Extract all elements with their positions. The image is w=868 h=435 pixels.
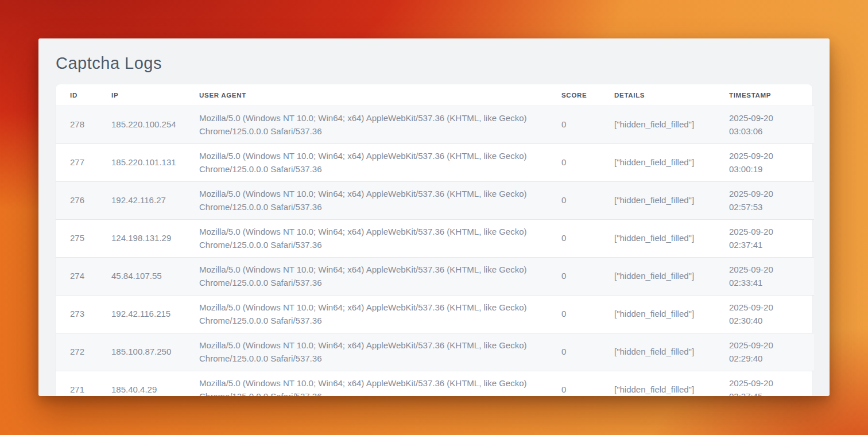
captcha-logs-table: ID IP USER AGENT SCORE DETAILS TIMESTAMP…	[56, 84, 814, 396]
cell-id: 277	[56, 144, 111, 182]
cell-ip: 185.40.4.29	[111, 371, 199, 397]
cell-details: ["hidden_field_filled"]	[614, 333, 729, 371]
cell-timestamp: 2025-09-20 02:27:45	[729, 371, 814, 397]
cell-user_agent: Mozilla/5.0 (Windows NT 10.0; Win64; x64…	[199, 371, 561, 397]
cell-ip: 185.220.101.131	[111, 144, 199, 182]
col-header-timestamp: TIMESTAMP	[729, 84, 814, 106]
cell-score: 0	[561, 371, 614, 397]
cell-ip: 192.42.116.215	[111, 296, 199, 333]
table-row: 273192.42.116.215Mozilla/5.0 (Windows NT…	[56, 296, 814, 333]
cell-timestamp: 2025-09-20 02:57:53	[729, 182, 814, 220]
cell-id: 273	[56, 296, 111, 333]
cell-id: 275	[56, 220, 111, 258]
col-header-user-agent: USER AGENT	[199, 84, 561, 106]
cell-user_agent: Mozilla/5.0 (Windows NT 10.0; Win64; x64…	[199, 144, 561, 182]
cell-id: 272	[56, 333, 111, 371]
cell-score: 0	[561, 333, 614, 371]
cell-score: 0	[561, 182, 614, 220]
cell-details: ["hidden_field_filled"]	[614, 258, 729, 296]
cell-user_agent: Mozilla/5.0 (Windows NT 10.0; Win64; x64…	[199, 106, 561, 144]
col-header-id: ID	[56, 84, 111, 106]
cell-timestamp: 2025-09-20 02:37:41	[729, 220, 814, 258]
table-row: 27445.84.107.55Mozilla/5.0 (Windows NT 1…	[56, 258, 814, 296]
cell-user_agent: Mozilla/5.0 (Windows NT 10.0; Win64; x64…	[199, 333, 561, 371]
col-header-ip: IP	[111, 84, 199, 106]
table-header-row: ID IP USER AGENT SCORE DETAILS TIMESTAMP	[56, 84, 814, 106]
page-title: Captcha Logs	[56, 54, 812, 73]
cell-user_agent: Mozilla/5.0 (Windows NT 10.0; Win64; x64…	[199, 220, 561, 258]
cell-score: 0	[561, 258, 614, 296]
cell-id: 278	[56, 106, 111, 144]
cell-ip: 192.42.116.27	[111, 182, 199, 220]
table-row: 271185.40.4.29Mozilla/5.0 (Windows NT 10…	[56, 371, 814, 397]
cell-ip: 185.100.87.250	[111, 333, 199, 371]
cell-user_agent: Mozilla/5.0 (Windows NT 10.0; Win64; x64…	[199, 296, 561, 333]
cell-score: 0	[561, 106, 614, 144]
cell-timestamp: 2025-09-20 03:00:19	[729, 144, 814, 182]
cell-details: ["hidden_field_filled"]	[614, 296, 729, 333]
cell-details: ["hidden_field_filled"]	[614, 182, 729, 220]
cell-details: ["hidden_field_filled"]	[614, 106, 729, 144]
cell-ip: 45.84.107.55	[111, 258, 199, 296]
table-row: 277185.220.101.131Mozilla/5.0 (Windows N…	[56, 144, 814, 182]
cell-ip: 185.220.100.254	[111, 106, 199, 144]
cell-score: 0	[561, 296, 614, 333]
cell-id: 274	[56, 258, 111, 296]
cell-id: 276	[56, 182, 111, 220]
col-header-score: SCORE	[561, 84, 614, 106]
table-row: 275124.198.131.29Mozilla/5.0 (Windows NT…	[56, 220, 814, 258]
cell-timestamp: 2025-09-20 03:03:06	[729, 106, 814, 144]
cell-ip: 124.198.131.29	[111, 220, 199, 258]
captcha-logs-card: Captcha Logs ID IP USER AGENT SCORE DETA…	[38, 38, 830, 396]
table-row: 278185.220.100.254Mozilla/5.0 (Windows N…	[56, 106, 814, 144]
col-header-details: DETAILS	[614, 84, 729, 106]
cell-id: 271	[56, 371, 111, 397]
table-row: 272185.100.87.250Mozilla/5.0 (Windows NT…	[56, 333, 814, 371]
cell-details: ["hidden_field_filled"]	[614, 371, 729, 397]
cell-user_agent: Mozilla/5.0 (Windows NT 10.0; Win64; x64…	[199, 258, 561, 296]
cell-details: ["hidden_field_filled"]	[614, 220, 729, 258]
table-body: 278185.220.100.254Mozilla/5.0 (Windows N…	[56, 106, 814, 397]
cell-timestamp: 2025-09-20 02:29:40	[729, 333, 814, 371]
cell-timestamp: 2025-09-20 02:30:40	[729, 296, 814, 333]
table-row: 276192.42.116.27Mozilla/5.0 (Windows NT …	[56, 182, 814, 220]
cell-details: ["hidden_field_filled"]	[614, 144, 729, 182]
logs-table-container: ID IP USER AGENT SCORE DETAILS TIMESTAMP…	[56, 84, 812, 396]
cell-user_agent: Mozilla/5.0 (Windows NT 10.0; Win64; x64…	[199, 182, 561, 220]
cell-score: 0	[561, 220, 614, 258]
cell-timestamp: 2025-09-20 02:33:41	[729, 258, 814, 296]
cell-score: 0	[561, 144, 614, 182]
